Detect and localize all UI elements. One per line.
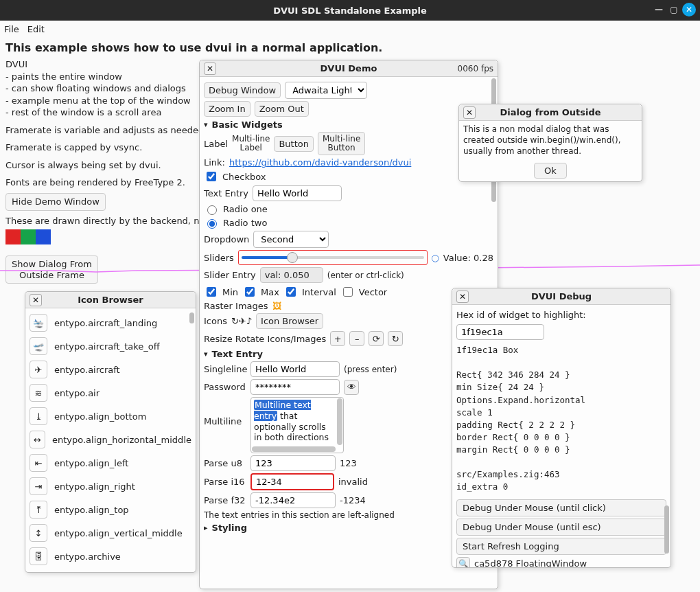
close-button[interactable]: ✕ xyxy=(682,3,696,16)
icon-browser-row[interactable]: ⤒entypo.align_top xyxy=(30,498,191,521)
demo-close-button[interactable]: ✕ xyxy=(204,62,216,75)
icon-browser-row[interactable]: 🛬entypo.aircraft_landing xyxy=(30,311,191,334)
icon-glyph: 🗄 xyxy=(30,547,47,565)
raster-image-icon: 🖼 xyxy=(272,301,281,311)
parse-f32-output: -1234 xyxy=(340,495,366,505)
dropdown-select[interactable]: Second xyxy=(253,231,329,248)
icon-label: entypo.align_right xyxy=(54,481,135,492)
rotate-button[interactable]: ↻ xyxy=(388,331,403,346)
multiline-button-demo[interactable]: Multi-line Button xyxy=(318,132,365,155)
icon-browser-row[interactable]: ⇤entypo.align_left xyxy=(30,451,191,475)
password-input[interactable] xyxy=(250,379,340,395)
sliders-label: Sliders xyxy=(204,253,234,263)
radio-one[interactable] xyxy=(207,205,217,215)
icon-browser-scrollbar[interactable] xyxy=(189,310,194,571)
app-titlebar: DVUI SDL Standalone Example — ▢ ✕ xyxy=(0,0,700,21)
icon-label: entypo.align_top xyxy=(54,505,129,515)
button-demo[interactable]: Button xyxy=(274,136,314,152)
debug-scrollbar[interactable] xyxy=(664,306,669,566)
dropdown-label: Dropdown xyxy=(204,234,249,244)
icon-browser-close-button[interactable]: ✕ xyxy=(30,294,42,306)
debug-under-mouse-esc-button[interactable]: Debug Under Mouse (until esc) xyxy=(456,519,666,536)
debug-window-panel[interactable]: ✕ DVUI Debug Hex id of widget to highlig… xyxy=(452,288,671,568)
debug-close-button[interactable]: ✕ xyxy=(456,291,469,303)
debug-mono-dump: 1f19ec1a Box Rect{ 342 346 284 24 } min … xyxy=(456,344,666,494)
icon-browser-row[interactable]: ↔entypo.align_horizontal_middle xyxy=(30,428,191,451)
demo-window-title: DVUI Demo xyxy=(200,63,498,73)
hex-id-label: Hex id of widget to highlight: xyxy=(456,310,586,320)
debug-window-button[interactable]: Debug Window xyxy=(204,82,281,98)
icon-label: entypo.align_left xyxy=(54,458,128,468)
zoom-out-button[interactable]: Zoom Out xyxy=(255,101,309,117)
basic-widgets-header[interactable]: Basic Widgets xyxy=(204,119,493,130)
show-dialog-button[interactable]: Show Dialog From Outside Frame xyxy=(5,255,98,284)
hex-id-input[interactable] xyxy=(456,324,544,340)
slider-knob-icon[interactable]: ◯ xyxy=(432,254,439,262)
cb-interval-label: Interval xyxy=(302,287,336,297)
icon-glyph: ⇤ xyxy=(30,454,47,472)
icon-glyph: 🛬 xyxy=(30,314,47,332)
theme-select[interactable]: Adwaita Light xyxy=(285,82,367,99)
parse-f32-input[interactable] xyxy=(250,492,336,508)
text-entry-label: Text Entry xyxy=(204,188,248,198)
icon-glyph: ≋ xyxy=(30,384,47,402)
cb-min[interactable] xyxy=(207,287,216,297)
dialog-body-text: This is a non modal dialog that was crea… xyxy=(463,124,638,157)
slider[interactable] xyxy=(242,252,424,263)
dialog-close-button[interactable]: ✕ xyxy=(463,106,476,119)
multiline-scrollbar[interactable] xyxy=(337,398,342,445)
multiline-label-demo: Multi-line Label xyxy=(232,135,270,152)
refresh-button[interactable]: ⟳ xyxy=(369,331,384,346)
icon-label: entypo.align_horizontal_middle xyxy=(52,435,191,445)
maximize-button[interactable]: ▢ xyxy=(667,3,681,16)
icon-browser-button[interactable]: Icon Browser xyxy=(256,313,323,329)
parse-u8-input[interactable] xyxy=(250,455,336,471)
parse-f32-label: Parse f32 xyxy=(204,495,246,505)
debug-under-mouse-click-button[interactable]: Debug Under Mouse (until click) xyxy=(456,499,666,516)
icon-browser-row[interactable]: 🛫entypo.aircraft_take_off xyxy=(30,334,191,358)
dialog-window[interactable]: ✕ Dialog from Outside This is a non moda… xyxy=(458,104,642,182)
icon-glyph: 🛫 xyxy=(30,337,47,355)
radio-two[interactable] xyxy=(207,219,217,229)
zoom-in-button[interactable]: Zoom In xyxy=(204,101,250,117)
minimize-button[interactable]: — xyxy=(652,3,666,16)
checkbox-demo[interactable] xyxy=(207,172,216,181)
icon-browser-row[interactable]: ↕entypo.align_vertical_middle xyxy=(30,521,191,545)
icon-glyph: ⤓ xyxy=(30,407,47,425)
link-url[interactable]: https://github.com/david-vanderson/dvui xyxy=(229,157,411,168)
styling-header[interactable]: Styling xyxy=(204,523,493,533)
icon-browser-row[interactable]: ⤓entypo.align_bottom xyxy=(30,405,191,428)
hide-demo-button[interactable]: Hide Demo Window xyxy=(5,193,106,211)
resize-minus-button[interactable]: – xyxy=(349,331,364,346)
link-label: Link: xyxy=(204,157,225,168)
password-toggle-icon[interactable]: 👁 xyxy=(344,380,359,395)
icon-glyph: ⤒ xyxy=(30,501,47,519)
icon-browser-row[interactable]: ⇥entypo.align_right xyxy=(30,475,191,498)
resize-plus-button[interactable]: + xyxy=(330,331,345,346)
text-entry-input[interactable] xyxy=(253,185,342,201)
magnify-icon[interactable]: 🔍 xyxy=(456,557,470,568)
parse-u8-output: 123 xyxy=(340,458,357,468)
multiline-label2: Multiline xyxy=(204,397,246,426)
text-entry-header2[interactable]: Text Entry xyxy=(204,349,493,359)
icon-browser-row[interactable]: ✈entypo.aircraft xyxy=(30,358,191,381)
cb-vector[interactable] xyxy=(343,287,353,297)
dialog-ok-button[interactable]: Ok xyxy=(534,163,567,179)
multiline-hscrollbar[interactable] xyxy=(252,446,336,452)
icon-browser-window[interactable]: ✕ Icon Browser 🛬entypo.aircraft_landing🛫… xyxy=(25,291,196,573)
menu-edit[interactable]: Edit xyxy=(27,24,45,34)
cb-max[interactable] xyxy=(245,287,255,297)
debug-title: DVUI Debug xyxy=(452,291,670,301)
menu-file[interactable]: File xyxy=(4,24,19,34)
icon-browser-row[interactable]: ≋entypo.air xyxy=(30,381,191,405)
singleline-input[interactable] xyxy=(250,361,340,377)
parse-i16-input[interactable] xyxy=(250,473,334,490)
cb-interval[interactable] xyxy=(286,287,296,297)
icon-browser-row[interactable]: 🗄entypo.archive xyxy=(30,545,191,568)
start-refresh-logging-button[interactable]: Start Refresh Logging xyxy=(456,538,666,555)
parse-u8-label: Parse u8 xyxy=(204,458,246,468)
slider-entry-value[interactable]: val: 0.050 xyxy=(260,267,323,283)
multiline-textarea[interactable]: Multiline text entry that optionally scr… xyxy=(250,397,344,453)
checkbox-label: Checkbox xyxy=(222,172,266,182)
singleline-hint: (press enter) xyxy=(344,365,397,374)
